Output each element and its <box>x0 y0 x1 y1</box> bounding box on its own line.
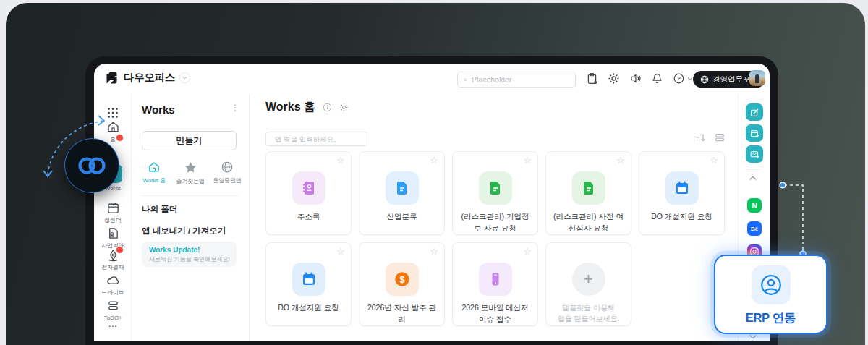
dashed-arrow <box>35 108 114 184</box>
tab-works-home[interactable]: Works 홈 <box>137 161 171 186</box>
todo-icon <box>106 299 120 312</box>
speaker-icon[interactable] <box>629 72 642 85</box>
update-title: Works Update! <box>149 246 229 254</box>
tab-running-apps[interactable]: 운영중인앱 <box>210 161 244 186</box>
app-card[interactable]: ☆ 2026 모바일 메신저 이슈 접수 <box>452 242 538 326</box>
app-logo[interactable]: 다우오피스 <box>104 70 190 85</box>
app-card[interactable]: ☆ 주소록 <box>265 151 352 235</box>
calendar-icon <box>106 201 120 215</box>
avatar[interactable] <box>749 70 765 86</box>
app-search[interactable] <box>265 132 367 146</box>
daouoffice-logo-icon <box>104 70 119 85</box>
bell-icon[interactable] <box>651 72 663 85</box>
section-my-folder[interactable]: 나의 폴더 <box>142 204 177 215</box>
tab-favorite-apps[interactable]: 즐겨찾는앱 <box>173 161 208 186</box>
list-view-icon[interactable] <box>715 132 725 142</box>
star-icon[interactable]: ☆ <box>710 155 718 166</box>
svg-text:?: ? <box>677 75 681 82</box>
main-content: Works 홈 ☆ 주소록 ☆ 산업분류 ☆ <box>250 94 738 341</box>
app-card[interactable]: ☆ DO 개설지원 요청 <box>265 242 352 326</box>
behance-icon[interactable]: Bē <box>747 221 762 236</box>
globe-icon <box>700 75 709 84</box>
app-card[interactable]: ☆ 산업분류 <box>359 151 445 235</box>
contract-icon <box>106 226 120 240</box>
mail-add-icon <box>750 150 760 159</box>
sidebar-item-calendar[interactable]: 캘린더 <box>94 201 132 225</box>
compose-icon <box>750 108 760 117</box>
section-app-export[interactable]: 앱 내보내기 / 가져오기 <box>142 226 226 237</box>
star-icon[interactable]: ☆ <box>336 246 345 257</box>
document-icon <box>487 179 504 197</box>
app-card[interactable]: ☆ (리스크관리) 기업정보 자료 요청 <box>452 151 538 235</box>
app-card[interactable]: ☆ (리스크관리) 사전 여신심사 요청 <box>545 151 631 235</box>
create-from-template-card[interactable]: + 템플릿을 이용해 앱을 만들어보세요. <box>545 242 631 326</box>
divider <box>747 169 761 170</box>
sidebar-item-approval[interactable]: 전자결재 <box>94 248 132 272</box>
create-button[interactable]: 만들기 <box>142 131 237 150</box>
star-icon <box>184 161 197 174</box>
document-icon <box>580 179 597 197</box>
calendar-blue-icon <box>300 271 318 288</box>
erp-label: ERP 연동 <box>746 310 796 326</box>
notification-badge <box>116 134 124 142</box>
star-icon[interactable]: ☆ <box>616 155 625 166</box>
app-search-input[interactable] <box>275 135 370 143</box>
naver-icon[interactable]: N <box>747 198 762 213</box>
global-search-input[interactable] <box>472 75 569 84</box>
page-title: Works 홈 <box>265 100 315 115</box>
plus-icon: + <box>572 263 605 296</box>
divider <box>142 195 239 196</box>
kebab-menu-icon[interactable]: ⋮ <box>231 103 240 113</box>
compose-button[interactable] <box>746 103 763 121</box>
sidebar-more[interactable]: ⋯ <box>94 321 132 331</box>
help-icon: ? <box>673 72 685 85</box>
star-icon[interactable]: ☆ <box>523 155 532 166</box>
user-circle-icon <box>760 273 783 297</box>
search-icon <box>464 76 467 84</box>
star-icon[interactable]: ☆ <box>430 246 438 257</box>
chevron-down-icon[interactable] <box>179 72 190 83</box>
dollar-coin-icon: $ <box>393 270 412 289</box>
app-screen: 다우오피스 ? 경영업무포털 홈 <box>94 64 770 341</box>
works-panel: Works ⋮ 만들기 Works 홈 즐겨찾는앱 운영중인앱 나의 폴더 앱 … <box>132 94 250 341</box>
clipboard-icon[interactable] <box>586 72 598 85</box>
star-icon[interactable]: ☆ <box>336 155 345 166</box>
more-dots-icon: ⋯ <box>109 321 118 331</box>
mail-add-button[interactable] <box>746 145 763 163</box>
star-icon[interactable]: ☆ <box>523 246 532 257</box>
address-book-icon <box>300 179 318 197</box>
home-icon <box>148 161 161 174</box>
svg-text:$: $ <box>399 274 405 285</box>
calendar-add-icon <box>750 129 760 138</box>
sidebar-item-contract[interactable]: 사업계약 <box>94 226 132 250</box>
cloud-icon <box>106 273 120 287</box>
sidebar-item-todo[interactable]: ToDO+ <box>94 299 132 321</box>
chevron-down-icon <box>687 77 693 81</box>
sort-icon[interactable] <box>696 132 706 142</box>
globe-icon <box>221 161 234 174</box>
global-search[interactable] <box>457 72 576 88</box>
chevron-down-icon[interactable] <box>749 334 757 339</box>
gear-icon[interactable] <box>608 72 620 85</box>
works-update-card[interactable]: Works Update! 새로워진 기능을 확인해보세요! <box>142 242 237 267</box>
works-panel-title: Works <box>142 103 175 116</box>
document-icon <box>393 179 411 197</box>
app-card[interactable]: ☆ $ 2026년 자산 발주 관리 <box>359 242 445 326</box>
chevron-up-icon[interactable] <box>749 176 757 181</box>
logo-text: 다우오피스 <box>124 71 175 85</box>
sidebar-item-drive[interactable]: 드라이브 <box>94 273 132 297</box>
help-menu[interactable]: ? <box>673 72 693 85</box>
info-icon[interactable] <box>323 103 332 112</box>
erp-integration-card[interactable]: ERP 연동 <box>714 255 827 334</box>
calendar-blue-icon <box>673 179 691 197</box>
notification-badge <box>116 246 124 254</box>
mobile-phone-icon <box>487 271 504 288</box>
app-card[interactable]: ☆ DO 개설지원 요청 <box>639 151 725 235</box>
calendar-add-button[interactable] <box>746 124 763 142</box>
settings-gear-icon[interactable] <box>339 103 349 112</box>
app-card-grid: ☆ 주소록 ☆ 산업분류 ☆ (리스크관리) 기업정보 자료 요청 ☆ (리스크… <box>265 151 725 326</box>
dashed-connector <box>775 178 819 259</box>
star-icon[interactable]: ☆ <box>430 155 438 166</box>
update-subtitle: 새로워진 기능을 확인해보세요! <box>149 255 225 263</box>
erp-tile <box>752 265 791 304</box>
